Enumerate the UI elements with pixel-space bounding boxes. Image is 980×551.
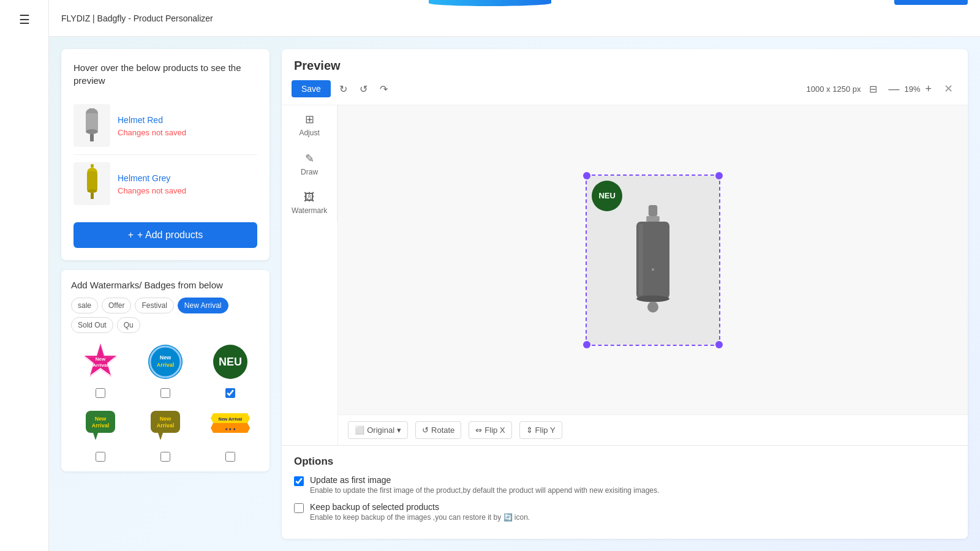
svg-text:New: New: [160, 354, 172, 361]
zoom-in-button[interactable]: +: [922, 81, 934, 97]
preview-canvas[interactable]: ● NEU: [338, 105, 968, 414]
badge-checkbox-2[interactable]: [160, 388, 170, 398]
table-row: Helment Grey Changes not saved: [74, 155, 257, 212]
refresh-icon-btn[interactable]: ↻: [336, 81, 351, 97]
badge-checkbox-4[interactable]: [96, 452, 105, 462]
products-card: Hover over the below products to see the…: [61, 49, 270, 260]
product-name-helment-grey[interactable]: Helment Grey: [118, 173, 170, 183]
badge-green-neu[interactable]: NEU: [209, 340, 252, 383]
list-item: New Arrival: [71, 340, 130, 398]
svg-marker-21: [93, 433, 98, 440]
keep-backup-checkbox[interactable]: [294, 503, 304, 513]
svg-rect-24: [151, 411, 180, 433]
svg-text:New: New: [95, 416, 107, 422]
badge-checkbox-6[interactable]: [225, 452, 235, 462]
resize-handle-tr[interactable]: [715, 172, 723, 179]
app-title: FLYDIZ | Badgfly - Product Personalizer: [61, 13, 213, 23]
flip-y-button[interactable]: ⇕ Flip Y: [519, 421, 562, 439]
badge-blue-circle[interactable]: New Arrival: [144, 340, 187, 383]
undo-icon-btn[interactable]: ↺: [356, 81, 371, 97]
redo-icon-btn[interactable]: ↷: [376, 81, 391, 97]
canvas-area: ● NEU ⬜ Original ▾: [338, 105, 968, 445]
resize-handle-tl[interactable]: [583, 172, 590, 179]
products-hint: Hover over the below products to see the…: [74, 61, 257, 87]
add-products-button[interactable]: + + Add products: [74, 222, 257, 248]
save-button[interactable]: Save: [292, 80, 331, 97]
product-name-helmet-red[interactable]: Helmet Red: [118, 115, 163, 125]
svg-rect-20: [86, 411, 115, 433]
list-item: New Arrival: [136, 404, 195, 462]
update-first-image-checkbox[interactable]: [294, 476, 304, 486]
adjust-icon: ⊞: [305, 113, 314, 126]
preview-title: Preview: [294, 59, 956, 73]
top-bar: FLYDIZ | Badgfly - Product Personalizer: [49, 0, 980, 37]
option-update-first-image: Update as first image Enable to update t…: [294, 475, 956, 495]
list-item: New Arrival ★ ★ ★: [201, 404, 260, 462]
menu-icon[interactable]: ☰: [19, 12, 30, 27]
svg-marker-25: [158, 433, 163, 440]
right-panel: Preview Save ↻ ↺ ↷ 1000 x 1250 px ⊟ — 19…: [282, 49, 968, 539]
svg-rect-5: [91, 164, 94, 168]
svg-point-36: [636, 295, 669, 302]
product-thumbnail-red: [83, 107, 101, 144]
body-area: Hover over the below products to see the…: [49, 37, 980, 551]
flip-x-label: Flip X: [484, 425, 505, 435]
product-list: Helmet Red Changes not saved: [74, 97, 257, 212]
product-info-helment-grey: Helment Grey Changes not saved: [118, 173, 257, 195]
tab-offer[interactable]: Offer: [102, 298, 131, 313]
sidebar: ☰: [0, 0, 49, 551]
badge-checkbox-1[interactable]: [96, 388, 105, 398]
tab-qu[interactable]: Qu: [117, 317, 140, 333]
resize-handle-br[interactable]: [715, 341, 723, 348]
badge-banner[interactable]: New Arrival ★ ★ ★: [209, 404, 252, 447]
rotate-button[interactable]: ↺ Rotate: [415, 421, 461, 439]
svg-text:New Arrival: New Arrival: [219, 417, 242, 421]
watermarks-title: Add Watermarks/ Badges from below: [71, 280, 260, 290]
split-view-icon[interactable]: ⊟: [865, 81, 881, 97]
watermark-label: Watermark: [292, 206, 327, 215]
adjust-tool-button[interactable]: ⊞ Adjust: [282, 105, 337, 144]
tab-festival[interactable]: Festival: [135, 298, 173, 313]
tab-sold-out[interactable]: Sold Out: [71, 317, 113, 333]
badge-tabs: sale Offer Festival New Arrival Sold Out…: [71, 298, 260, 333]
table-row: Helmet Red Changes not saved: [74, 97, 257, 155]
preview-content: ⊞ Adjust ✎ Draw 🖼 Watermark: [282, 105, 968, 445]
draw-icon: ✎: [305, 152, 314, 165]
crop-icon: ⬜: [355, 425, 364, 435]
draw-tool-button[interactable]: ✎ Draw: [282, 144, 337, 184]
flip-x-icon: ⇔: [475, 425, 482, 435]
zoom-level: 19%: [904, 84, 920, 94]
watermark-tool-button[interactable]: 🖼 Watermark: [282, 184, 337, 222]
badge-overlay: NEU: [592, 181, 622, 211]
original-button[interactable]: ⬜ Original ▾: [348, 421, 408, 439]
zoom-out-button[interactable]: —: [886, 81, 902, 97]
options-panel: Options Update as first image Enable to …: [282, 445, 968, 539]
badge-checkbox-5[interactable]: [160, 452, 170, 462]
svg-rect-33: [646, 216, 660, 222]
option-update-first-image-label: Update as first image: [310, 475, 659, 485]
badge-green-speech[interactable]: New Arrival: [79, 404, 122, 447]
flip-y-label: Flip Y: [535, 425, 556, 435]
svg-rect-9: [91, 193, 94, 199]
tab-new-arrival[interactable]: New Arrival: [178, 298, 228, 313]
badge-pink-starburst[interactable]: New Arrival: [79, 340, 122, 383]
dropdown-icon: ▾: [397, 425, 401, 435]
badge-olive-speech[interactable]: New Arrival: [144, 404, 187, 447]
preview-toolbar: Save ↻ ↺ ↷ 1000 x 1250 px ⊟ — 19% + ✕: [282, 73, 968, 105]
option-update-first-image-desc: Enable to update the first image of the …: [310, 486, 659, 495]
product-image-helment-grey: [74, 162, 110, 205]
product-image-helmet-red: [74, 104, 110, 147]
rotate-icon: ↺: [422, 425, 429, 435]
resize-handle-bl[interactable]: [583, 341, 590, 348]
left-panel: Hover over the below products to see the…: [61, 49, 270, 539]
badge-checkbox-3[interactable]: [225, 388, 235, 398]
tab-sale[interactable]: sale: [71, 298, 98, 313]
svg-text:NEU: NEU: [219, 356, 242, 368]
draw-label: Draw: [301, 168, 318, 176]
original-label: Original: [367, 425, 394, 435]
list-item: NEU: [201, 340, 260, 398]
close-preview-button[interactable]: ✕: [939, 81, 958, 97]
svg-text:New: New: [160, 416, 172, 422]
flip-x-button[interactable]: ⇔ Flip X: [469, 421, 511, 439]
svg-point-37: [647, 301, 658, 312]
